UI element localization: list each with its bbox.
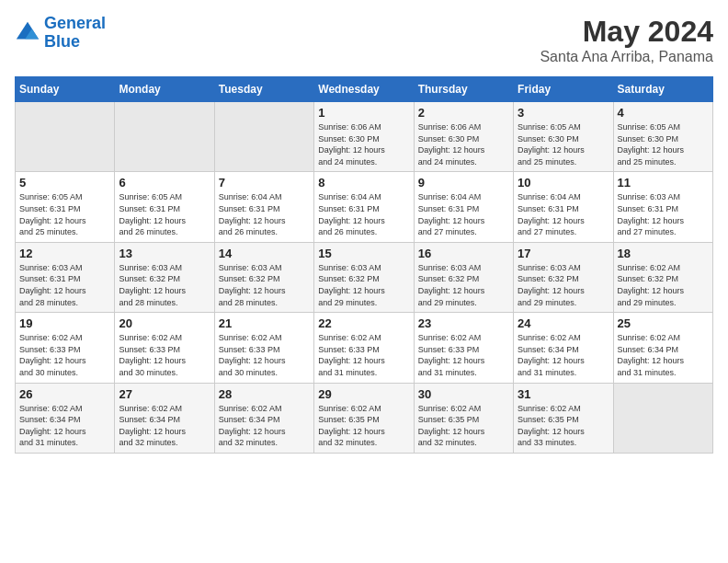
day-info: Sunrise: 6:04 AM Sunset: 6:31 PM Dayligh…: [518, 191, 609, 237]
calendar-week-3: 12Sunrise: 6:03 AM Sunset: 6:31 PM Dayli…: [16, 242, 713, 312]
day-info: Sunrise: 6:02 AM Sunset: 6:34 PM Dayligh…: [19, 403, 110, 449]
day-info: Sunrise: 6:02 AM Sunset: 6:32 PM Dayligh…: [618, 262, 709, 308]
day-info: Sunrise: 6:04 AM Sunset: 6:31 PM Dayligh…: [418, 191, 509, 237]
day-number: 30: [418, 387, 509, 401]
calendar-cell: 6Sunrise: 6:05 AM Sunset: 6:31 PM Daylig…: [115, 172, 214, 242]
day-number: 16: [418, 247, 509, 260]
calendar-cell: [613, 383, 712, 453]
day-info: Sunrise: 6:03 AM Sunset: 6:32 PM Dayligh…: [219, 262, 310, 308]
calendar-week-4: 19Sunrise: 6:02 AM Sunset: 6:33 PM Dayli…: [16, 313, 713, 383]
calendar-week-2: 5Sunrise: 6:05 AM Sunset: 6:31 PM Daylig…: [16, 172, 713, 242]
day-info: Sunrise: 6:02 AM Sunset: 6:34 PM Dayligh…: [518, 332, 609, 378]
day-header-friday: Friday: [514, 77, 613, 102]
day-info: Sunrise: 6:02 AM Sunset: 6:33 PM Dayligh…: [418, 332, 509, 378]
logo: General Blue: [15, 15, 106, 52]
day-info: Sunrise: 6:02 AM Sunset: 6:34 PM Dayligh…: [119, 403, 210, 449]
calendar-cell: 4Sunrise: 6:05 AM Sunset: 6:30 PM Daylig…: [613, 102, 712, 172]
day-info: Sunrise: 6:04 AM Sunset: 6:31 PM Dayligh…: [318, 191, 409, 237]
day-info: Sunrise: 6:06 AM Sunset: 6:30 PM Dayligh…: [318, 121, 409, 167]
day-number: 2: [418, 106, 509, 120]
calendar-cell: 2Sunrise: 6:06 AM Sunset: 6:30 PM Daylig…: [414, 102, 513, 172]
day-info: Sunrise: 6:05 AM Sunset: 6:31 PM Dayligh…: [119, 191, 210, 237]
calendar-cell: 13Sunrise: 6:03 AM Sunset: 6:32 PM Dayli…: [115, 242, 214, 312]
day-info: Sunrise: 6:05 AM Sunset: 6:30 PM Dayligh…: [618, 121, 709, 167]
calendar-cell: 21Sunrise: 6:02 AM Sunset: 6:33 PM Dayli…: [214, 313, 313, 383]
calendar-cell: 15Sunrise: 6:03 AM Sunset: 6:32 PM Dayli…: [314, 242, 414, 312]
day-info: Sunrise: 6:02 AM Sunset: 6:33 PM Dayligh…: [119, 332, 210, 378]
day-number: 11: [618, 176, 709, 190]
calendar-cell: 28Sunrise: 6:02 AM Sunset: 6:34 PM Dayli…: [214, 383, 313, 453]
day-number: 13: [119, 247, 210, 260]
calendar-cell: 24Sunrise: 6:02 AM Sunset: 6:34 PM Dayli…: [514, 313, 613, 383]
day-number: 23: [418, 316, 509, 330]
day-number: 9: [418, 176, 509, 190]
calendar-cell: 26Sunrise: 6:02 AM Sunset: 6:34 PM Dayli…: [16, 383, 115, 453]
logo-line2: Blue: [44, 32, 80, 51]
calendar-cell: [16, 102, 115, 172]
day-number: 4: [618, 106, 709, 120]
day-info: Sunrise: 6:02 AM Sunset: 6:35 PM Dayligh…: [518, 403, 609, 449]
day-number: 8: [318, 176, 409, 190]
calendar-cell: 29Sunrise: 6:02 AM Sunset: 6:35 PM Dayli…: [314, 383, 414, 453]
day-header-monday: Monday: [115, 77, 214, 102]
calendar-cell: 8Sunrise: 6:04 AM Sunset: 6:31 PM Daylig…: [314, 172, 414, 242]
day-info: Sunrise: 6:02 AM Sunset: 6:35 PM Dayligh…: [418, 403, 509, 449]
calendar-cell: 10Sunrise: 6:04 AM Sunset: 6:31 PM Dayli…: [514, 172, 613, 242]
day-info: Sunrise: 6:02 AM Sunset: 6:34 PM Dayligh…: [219, 403, 310, 449]
day-number: 14: [219, 247, 310, 260]
day-number: 25: [618, 316, 709, 330]
calendar-week-1: 1Sunrise: 6:06 AM Sunset: 6:30 PM Daylig…: [16, 102, 713, 172]
day-number: 31: [518, 387, 609, 401]
day-number: 12: [19, 247, 110, 260]
calendar-cell: 23Sunrise: 6:02 AM Sunset: 6:33 PM Dayli…: [414, 313, 513, 383]
day-info: Sunrise: 6:03 AM Sunset: 6:32 PM Dayligh…: [318, 262, 409, 308]
calendar-cell: 5Sunrise: 6:05 AM Sunset: 6:31 PM Daylig…: [16, 172, 115, 242]
calendar-cell: [214, 102, 313, 172]
day-number: 20: [119, 316, 210, 330]
day-number: 28: [219, 387, 310, 401]
day-number: 19: [19, 316, 110, 330]
calendar-cell: 9Sunrise: 6:04 AM Sunset: 6:31 PM Daylig…: [414, 172, 513, 242]
day-info: Sunrise: 6:03 AM Sunset: 6:31 PM Dayligh…: [19, 262, 110, 308]
subtitle: Santa Ana Arriba, Panama: [540, 49, 713, 65]
calendar-body: 1Sunrise: 6:06 AM Sunset: 6:30 PM Daylig…: [16, 102, 713, 454]
day-info: Sunrise: 6:02 AM Sunset: 6:34 PM Dayligh…: [618, 332, 709, 378]
day-info: Sunrise: 6:02 AM Sunset: 6:33 PM Dayligh…: [219, 332, 310, 378]
day-info: Sunrise: 6:02 AM Sunset: 6:33 PM Dayligh…: [19, 332, 110, 378]
day-number: 10: [518, 176, 609, 190]
calendar-cell: [115, 102, 214, 172]
day-info: Sunrise: 6:03 AM Sunset: 6:31 PM Dayligh…: [618, 191, 709, 237]
calendar-cell: 20Sunrise: 6:02 AM Sunset: 6:33 PM Dayli…: [115, 313, 214, 383]
day-info: Sunrise: 6:05 AM Sunset: 6:31 PM Dayligh…: [19, 191, 110, 237]
day-info: Sunrise: 6:03 AM Sunset: 6:32 PM Dayligh…: [119, 262, 210, 308]
day-number: 29: [318, 387, 409, 401]
calendar-cell: 11Sunrise: 6:03 AM Sunset: 6:31 PM Dayli…: [613, 172, 712, 242]
calendar-cell: 31Sunrise: 6:02 AM Sunset: 6:35 PM Dayli…: [514, 383, 613, 453]
calendar-cell: 7Sunrise: 6:04 AM Sunset: 6:31 PM Daylig…: [214, 172, 313, 242]
day-number: 22: [318, 316, 409, 330]
day-number: 27: [119, 387, 210, 401]
day-number: 18: [618, 247, 709, 260]
calendar-cell: 14Sunrise: 6:03 AM Sunset: 6:32 PM Dayli…: [214, 242, 313, 312]
day-info: Sunrise: 6:02 AM Sunset: 6:33 PM Dayligh…: [318, 332, 409, 378]
day-number: 5: [19, 176, 110, 190]
day-info: Sunrise: 6:02 AM Sunset: 6:35 PM Dayligh…: [318, 403, 409, 449]
main-title: May 2024: [540, 15, 713, 49]
day-number: 21: [219, 316, 310, 330]
day-info: Sunrise: 6:06 AM Sunset: 6:30 PM Dayligh…: [418, 121, 509, 167]
day-number: 1: [318, 106, 409, 120]
calendar-table: SundayMondayTuesdayWednesdayThursdayFrid…: [15, 76, 713, 454]
day-info: Sunrise: 6:04 AM Sunset: 6:31 PM Dayligh…: [219, 191, 310, 237]
day-header-saturday: Saturday: [613, 77, 712, 102]
calendar-cell: 27Sunrise: 6:02 AM Sunset: 6:34 PM Dayli…: [115, 383, 214, 453]
day-number: 26: [19, 387, 110, 401]
day-number: 7: [219, 176, 310, 190]
calendar-cell: 30Sunrise: 6:02 AM Sunset: 6:35 PM Dayli…: [414, 383, 513, 453]
day-header-thursday: Thursday: [414, 77, 513, 102]
calendar-cell: 18Sunrise: 6:02 AM Sunset: 6:32 PM Dayli…: [613, 242, 712, 312]
page-header: General Blue May 2024 Santa Ana Arriba, …: [15, 15, 713, 65]
calendar-cell: 1Sunrise: 6:06 AM Sunset: 6:30 PM Daylig…: [314, 102, 414, 172]
day-info: Sunrise: 6:03 AM Sunset: 6:32 PM Dayligh…: [518, 262, 609, 308]
calendar-header-row: SundayMondayTuesdayWednesdayThursdayFrid…: [16, 77, 713, 102]
day-header-wednesday: Wednesday: [314, 77, 414, 102]
